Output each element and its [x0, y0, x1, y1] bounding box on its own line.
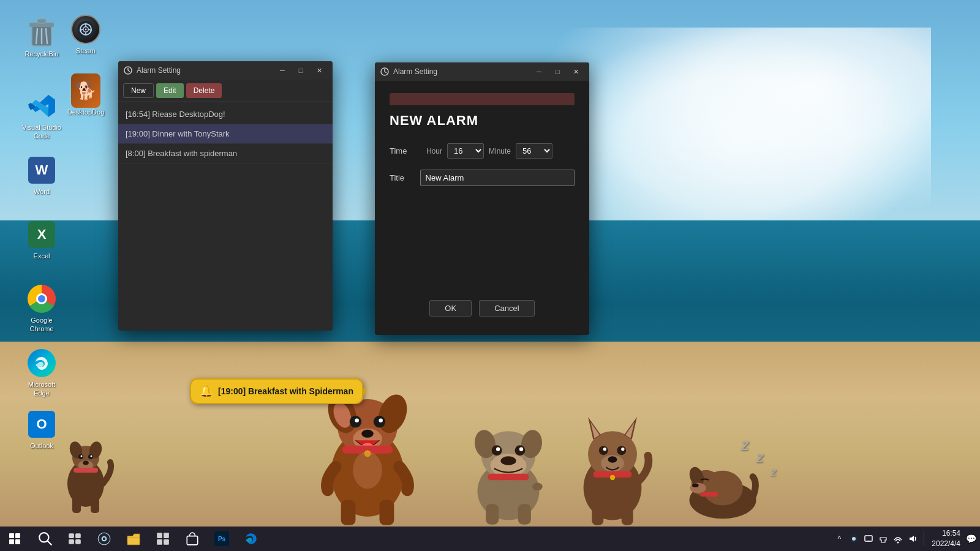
- clock-time: 16:54: [932, 528, 960, 539]
- minimize-btn-2[interactable]: ─: [530, 65, 548, 78]
- taskbar-right: ^: [828, 528, 980, 549]
- svg-rect-87: [127, 538, 140, 545]
- alarm-title-input[interactable]: [420, 170, 575, 186]
- alarm-item-2[interactable]: [8:00] Breakfast with spiderman: [118, 144, 333, 163]
- alarm-window-1: Alarm Setting ─ □ ✕ New Edit Delete [16:…: [118, 61, 333, 331]
- notification-button[interactable]: 💬: [967, 534, 975, 543]
- tray-steam[interactable]: [848, 533, 860, 545]
- desktopdog-icon: 🐕: [71, 76, 100, 105]
- tray-icon-3[interactable]: [877, 533, 889, 545]
- desktop-icon-word[interactable]: W Word: [17, 153, 66, 198]
- alarm-item-0[interactable]: [16:54] Riease DesktopDog!: [118, 105, 333, 124]
- edit-alarm-btn[interactable]: Edit: [156, 83, 184, 98]
- taskbar-search[interactable]: [32, 527, 59, 551]
- taskbar-separator: [924, 531, 924, 546]
- system-tray: ^: [833, 533, 919, 545]
- maximize-btn-2[interactable]: □: [549, 65, 566, 78]
- win-logo-cell-tr: [15, 533, 20, 538]
- desktop-icon-vscode[interactable]: Visual Studio Code: [17, 89, 66, 143]
- clouds-bg: [539, 28, 931, 220]
- edge-label: Microsoft Edge: [20, 380, 64, 398]
- alarm-window-2: Alarm Setting ─ □ ✕ NEW ALARM Time Hour …: [375, 62, 589, 335]
- svg-point-94: [852, 537, 856, 541]
- alarm-window-body-1: New Edit Delete [16:54] Riease DesktopDo…: [118, 80, 333, 331]
- minute-sublabel: Minute: [489, 147, 511, 156]
- desktop-icon-recyclebin[interactable]: RecycleBin: [17, 15, 66, 61]
- alarm-window-title-1: Alarm Setting: [137, 66, 270, 75]
- new-alarm-footer: OK Cancel: [390, 294, 575, 323]
- excel-label: Excel: [34, 252, 50, 260]
- tray-chevron[interactable]: ^: [833, 533, 845, 545]
- recyclebin-label: RecycleBin: [24, 50, 58, 58]
- maximize-btn-1[interactable]: □: [292, 64, 309, 77]
- new-alarm-heading: NEW ALARM: [390, 113, 575, 129]
- hour-select[interactable]: 16: [447, 143, 484, 159]
- minute-select[interactable]: 56: [516, 143, 552, 159]
- taskbar-file-explorer[interactable]: [120, 527, 147, 551]
- notification-bell-icon: 🔔: [200, 384, 213, 398]
- chrome-label: Google Chrome: [20, 316, 64, 334]
- alarm-window-controls-1: ─ □ ✕: [274, 64, 328, 77]
- svg-rect-80: [69, 533, 74, 538]
- time-controls: Hour 16 Minute 56: [426, 143, 575, 159]
- desktop-icon-desktopdog[interactable]: 🐕 DesktopDog: [61, 73, 110, 119]
- alarm-list: [16:54] Riease DesktopDog! [19:00] Dinne…: [118, 102, 333, 331]
- windows-logo: [9, 533, 20, 544]
- word-icon: W: [27, 156, 56, 185]
- svg-rect-90: [157, 539, 162, 545]
- taskbar-edge[interactable]: [238, 527, 265, 551]
- desktop-icon-chrome[interactable]: Google Chrome: [17, 282, 66, 336]
- new-alarm-form: Time Hour 16 Minute 56 Title: [390, 143, 575, 294]
- close-btn-1[interactable]: ✕: [311, 64, 328, 77]
- svg-point-8: [85, 29, 87, 31]
- svg-rect-88: [157, 533, 162, 538]
- tray-network[interactable]: [892, 533, 904, 545]
- word-label: Word: [34, 187, 50, 196]
- svg-rect-89: [164, 533, 169, 538]
- recyclebin-icon: [27, 18, 56, 47]
- vscode-icon: [27, 91, 56, 121]
- svg-rect-92: [187, 536, 197, 545]
- taskbar-taskview[interactable]: [61, 527, 88, 551]
- svg-line-14: [385, 72, 386, 73]
- alarm-window-controls-2: ─ □ ✕: [530, 65, 584, 78]
- title-form-row: Title: [390, 170, 575, 186]
- delete-alarm-btn[interactable]: Delete: [186, 83, 222, 98]
- desktop-icon-excel[interactable]: X Excel: [17, 217, 66, 263]
- alarm-item-1[interactable]: [19:00] Dinner with TonyStark: [118, 124, 333, 144]
- tray-volume[interactable]: [907, 533, 919, 545]
- cancel-button[interactable]: Cancel: [479, 300, 534, 317]
- minimize-btn-1[interactable]: ─: [274, 64, 291, 77]
- alarm-toolbar: New Edit Delete: [118, 80, 333, 102]
- new-alarm-btn[interactable]: New: [123, 83, 154, 98]
- alarm-window-title-2: Alarm Setting: [393, 67, 527, 76]
- edge-icon: [27, 348, 56, 378]
- notification-bubble[interactable]: 🔔 [19:00] Breakfast with Spiderman: [190, 378, 363, 404]
- desktop-icon-steam[interactable]: Steam: [61, 12, 110, 58]
- svg-rect-83: [75, 539, 81, 544]
- win-logo-cell-bl: [9, 539, 14, 544]
- taskbar-clock[interactable]: 16:54 2022/4/4: [929, 528, 963, 549]
- svg-rect-81: [75, 533, 81, 538]
- time-form-row: Time Hour 16 Minute 56: [390, 143, 575, 159]
- svg-rect-82: [69, 539, 74, 544]
- clock-date: 2022/4/4: [932, 539, 960, 549]
- svg-rect-95: [865, 536, 872, 541]
- taskbar-startmenu[interactable]: [149, 527, 176, 551]
- taskbar-store[interactable]: [179, 527, 206, 551]
- alarm-titlebar-1[interactable]: Alarm Setting ─ □ ✕: [118, 61, 333, 80]
- desktop-icon-outlook[interactable]: O Outlook: [17, 407, 66, 452]
- notification-text: [19:00] Breakfast with Spiderman: [218, 386, 353, 396]
- taskbar: Ps ^: [0, 527, 980, 551]
- desktop-icon-edge[interactable]: Microsoft Edge: [17, 346, 66, 400]
- close-btn-2[interactable]: ✕: [567, 65, 584, 78]
- tray-icon-2[interactable]: [862, 533, 875, 545]
- alarm-title-icon-1: [123, 66, 133, 75]
- beach-bg: [0, 342, 980, 527]
- taskbar-steam[interactable]: [91, 527, 118, 551]
- start-button[interactable]: [0, 527, 29, 551]
- svg-point-86: [103, 538, 105, 540]
- ok-button[interactable]: OK: [429, 300, 472, 317]
- taskbar-photoshop[interactable]: Ps: [208, 527, 235, 551]
- alarm-titlebar-2[interactable]: Alarm Setting ─ □ ✕: [375, 62, 589, 81]
